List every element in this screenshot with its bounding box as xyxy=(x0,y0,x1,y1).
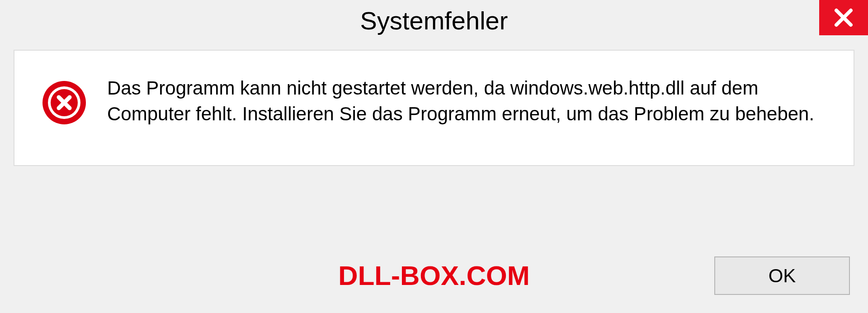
error-dialog: Systemfehler Das Programm kann nicht ges… xyxy=(0,0,868,313)
watermark-text: DLL-BOX.COM xyxy=(338,260,529,291)
dialog-title: Systemfehler xyxy=(360,6,508,35)
content-panel: Das Programm kann nicht gestartet werden… xyxy=(14,50,854,166)
ok-button[interactable]: OK xyxy=(714,256,850,295)
titlebar: Systemfehler xyxy=(0,0,868,41)
error-message: Das Programm kann nicht gestartet werden… xyxy=(107,76,826,127)
close-button[interactable] xyxy=(819,0,868,35)
footer: DLL-BOX.COM OK xyxy=(0,256,868,295)
close-icon xyxy=(833,7,854,28)
error-icon xyxy=(42,80,87,125)
